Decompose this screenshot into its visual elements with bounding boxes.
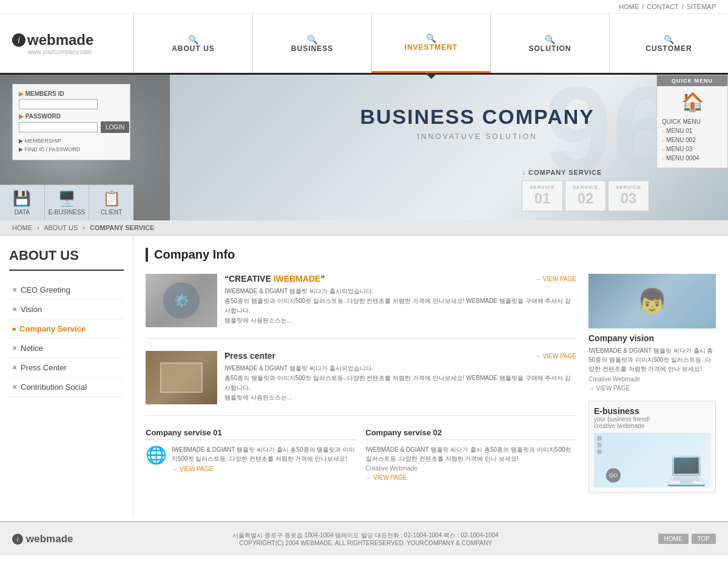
nav-customer-label: CUSTOMER xyxy=(645,44,692,53)
footer-logo: i webmade xyxy=(12,533,73,545)
service-card-1-body: IWEBMADE & DGIANT 템플릿 씨다가 출시 총50종의 템플릿과 … xyxy=(172,445,357,463)
hero-title: BUSINESS COMPANY xyxy=(360,105,595,129)
sidebar-item-ceo[interactable]: ✕ CEO Greeting xyxy=(9,280,124,300)
vision-title: Company vision xyxy=(588,333,716,343)
article-press-view-link[interactable]: → VIEW PAGE xyxy=(535,353,576,359)
logo-name: webmade xyxy=(27,32,93,49)
ebusiness-subtitle: your business friend! xyxy=(594,416,710,423)
icon-ebusiness[interactable]: 🖥️ E-BUSINESS xyxy=(45,185,90,220)
nav-investment-label: INVESTMENT xyxy=(405,43,457,52)
service-label-1: SERVICE xyxy=(525,185,560,190)
service-card-1: Company servise 01 🌐 IWEBMADE & DGIANT 템… xyxy=(146,428,357,481)
quick-menu-item-0[interactable]: QUICK MENU xyxy=(662,117,723,126)
separator2: / xyxy=(682,3,684,10)
quick-menu-item-4[interactable]: ○ MENU 0004 xyxy=(662,154,723,163)
vision-view-link[interactable]: → VIEW PAGE xyxy=(588,385,716,392)
service-card-2-title: Company servise 02 xyxy=(366,428,577,440)
vision-source: Creative Webmade xyxy=(588,376,716,382)
client-icon: 📋 xyxy=(103,190,121,207)
sidebar-item-contribution[interactable]: ✕ Contribution Social xyxy=(9,378,124,397)
footer-logo-name: webmade xyxy=(26,533,73,545)
password-label: ▶ PASSWORD xyxy=(19,113,124,120)
service-card-2: Company servise 02 IWEBMADE & DGIANT 템플릿… xyxy=(366,428,577,481)
find-id-link[interactable]: ▶ FIND ID / PASSWORD xyxy=(19,145,124,154)
quick-menu-item-1[interactable]: ○ MENU 01 xyxy=(662,126,723,135)
service-label-3: SERVICE xyxy=(611,185,646,190)
ebusiness-panel: E-business your business friend! creativ… xyxy=(588,401,716,493)
article-creative-heading: “CREATIVE IWEBMADE” xyxy=(224,274,325,284)
sidebar-title: ABOUT US xyxy=(9,248,124,271)
quick-menu-house-icon: 🏠 xyxy=(657,86,727,115)
service-box-1: SERVICE 01 xyxy=(522,180,563,211)
nav-about-label: ABOUT US xyxy=(172,44,215,53)
service-card-1-view-link[interactable]: → VIEW PAGE xyxy=(172,466,357,472)
login-button[interactable]: LOGIN xyxy=(101,121,129,133)
quick-menu-title: QUICK MENU xyxy=(657,75,727,86)
nav-business[interactable]: 🔍 BUSINESS xyxy=(252,14,371,73)
breadcrumb-home[interactable]: HOME xyxy=(12,224,32,231)
ebusiness-sub2: creative iwebmade xyxy=(594,423,710,429)
sidebar-item-vision[interactable]: ✕ Vision xyxy=(9,300,124,319)
membership-link[interactable]: ▶ MEMBERSHIP xyxy=(19,137,124,145)
footer-top-button[interactable]: TOP xyxy=(692,534,716,544)
service-num-2: 02 xyxy=(568,190,603,207)
breadcrumb-about[interactable]: ABOUT US xyxy=(44,224,78,231)
nav-home-link[interactable]: HOME xyxy=(619,3,639,10)
breadcrumb-sep1: › xyxy=(37,224,39,231)
nav-search-icon: 🔍 xyxy=(188,35,198,44)
icon-data[interactable]: 💾 DATA xyxy=(0,185,45,220)
logo-area: i webmade www.yourcompany.com xyxy=(0,32,133,55)
sidebar-item-notice[interactable]: ✕ Notice xyxy=(9,339,124,358)
service-num-3: 03 xyxy=(611,190,646,207)
quick-menu-item-2[interactable]: ○ MENU 002 xyxy=(662,135,723,144)
article-press-heading: Press center xyxy=(224,351,275,361)
service-card-2-sub: Creative Webmade xyxy=(366,465,577,472)
separator1: / xyxy=(642,3,644,10)
data-icon: 💾 xyxy=(13,190,31,207)
service-box-2: SERVICE 02 xyxy=(565,180,606,211)
sidebar-item-company-service[interactable]: ■ Company Service xyxy=(9,319,124,339)
footer-info: 서울특별시 종로구 종로읍 1004-1004 템레이도 빌딩 대표전화 : 0… xyxy=(232,531,499,546)
company-service-title: COMPANY SERVICE xyxy=(528,169,602,176)
service-box-3: SERVICE 03 xyxy=(608,180,649,211)
vision-image: 👦 xyxy=(588,274,716,328)
nav-business-label: BUSINESS xyxy=(291,44,333,53)
article-press-body: IWEBMADE & DGIANT 템플릿 씨다가 출시되었습니다. 총50종의… xyxy=(224,364,576,403)
nav-solution[interactable]: 🔍 SOLUTION xyxy=(490,14,609,73)
members-id-label: ▶ MEMBERS ID xyxy=(19,90,124,97)
article-press: Press center → VIEW PAGE IWEBMADE & DGIA… xyxy=(146,351,576,416)
breadcrumb-current: COMPANY SERVICE xyxy=(90,224,154,231)
sidebar-item-press[interactable]: ✕ Press Center xyxy=(9,358,124,378)
go-button[interactable]: GO xyxy=(606,468,621,483)
vision-body: IWEBMADE & DGIANT 템플릿 씨다가 출시 총50종의 템플릿과 … xyxy=(588,346,716,373)
nav-customer-icon: 🔍 xyxy=(664,35,674,44)
service-card-1-title: Company servise 01 xyxy=(146,428,357,440)
nav-contact-link[interactable]: CONTACT xyxy=(647,3,678,10)
laptop-visual: 💻 xyxy=(666,448,707,488)
service-card-1-icon: 🌐 xyxy=(146,445,167,472)
article-creative-view-link[interactable]: → VIEW PAGE xyxy=(535,276,576,282)
service-label-2: SERVICE xyxy=(568,185,603,190)
service-num-1: 01 xyxy=(525,190,560,207)
company-vision-panel: 👦 Company vision IWEBMADE & DGIANT 템플릿 씨… xyxy=(588,274,716,392)
nav-about-us[interactable]: 🔍 ABOUT US xyxy=(133,14,252,73)
nav-investment[interactable]: 🔍 INVESTMENT xyxy=(371,14,490,73)
main-nav: 🔍 ABOUT US 🔍 BUSINESS 🔍 INVESTMENT 🔍 SOL… xyxy=(133,14,728,73)
members-id-input[interactable] xyxy=(19,99,98,109)
article-creative: ⚙️ “CREATIVE IWEBMADE” → VIEW PAGE IWEBM… xyxy=(146,274,576,339)
ebusiness-icon: 🖥️ xyxy=(58,190,76,207)
breadcrumb-sep2: › xyxy=(83,224,85,231)
logo-url: www.yourcompany.com xyxy=(12,49,121,55)
nav-business-icon: 🔍 xyxy=(307,35,317,44)
article-creative-thumb: ⚙️ xyxy=(146,274,217,327)
password-input[interactable] xyxy=(19,122,98,132)
logo-icon: i xyxy=(12,33,25,47)
nav-solution-label: SOLUTION xyxy=(529,44,571,53)
nav-sitemap-link[interactable]: SITEMAP xyxy=(687,3,716,10)
nav-customer[interactable]: 🔍 CUSTOMER xyxy=(609,14,728,73)
service-card-2-view-link[interactable]: → VIEW PAGE xyxy=(366,474,577,481)
ebusiness-title: E-business xyxy=(594,406,710,416)
icon-client[interactable]: 📋 CLIENT xyxy=(89,185,133,220)
quick-menu-item-3[interactable]: ○ MENU 03 xyxy=(662,144,723,154)
footer-home-button[interactable]: HOME xyxy=(658,534,689,544)
